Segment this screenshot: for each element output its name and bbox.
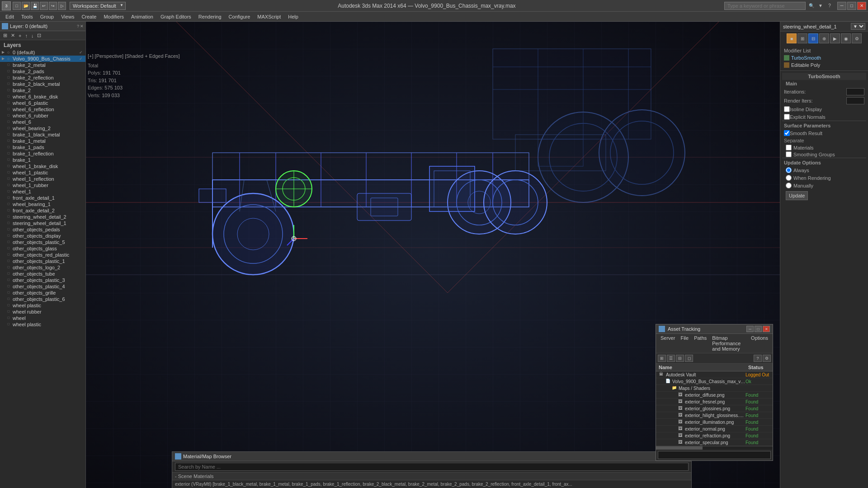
- layer-item[interactable]: ◻wheel_6_brake_disk: [0, 94, 85, 100]
- layer-item[interactable]: ◻wheel_1_reflection: [0, 176, 85, 182]
- layers-tool-3[interactable]: +: [17, 33, 23, 39]
- layer-item[interactable]: ◻wheel_6_plastic: [0, 100, 85, 106]
- open-icon[interactable]: 📂: [22, 2, 30, 10]
- rp-util-icon[interactable]: ⚙: [852, 33, 862, 43]
- layer-item[interactable]: ◻other_objects_logo_2: [0, 264, 85, 271]
- layer-item[interactable]: ▶○Volvo_9900_Bus_Chassis✓: [0, 56, 85, 62]
- menu-help[interactable]: Help: [284, 13, 302, 20]
- menu-edit[interactable]: Edit: [2, 13, 18, 20]
- smoothing-groups-checkbox[interactable]: [786, 151, 792, 157]
- at-tool-4[interactable]: ◻: [685, 355, 693, 362]
- layers-tool-2[interactable]: ✕: [9, 32, 16, 39]
- at-row[interactable]: 🖼 exterior_diffuse.png Found: [656, 392, 773, 399]
- at-tool-help[interactable]: ?: [754, 355, 762, 362]
- layer-item[interactable]: ▶○0 (default)✓: [0, 49, 85, 56]
- save-icon[interactable]: 💾: [31, 2, 39, 10]
- render-icon[interactable]: ▷: [58, 2, 66, 10]
- layer-item[interactable]: ◻wheel_6_rubber: [0, 113, 85, 119]
- at-path-input[interactable]: [658, 451, 771, 459]
- at-maximize-btn[interactable]: □: [755, 326, 762, 332]
- at-row[interactable]: 🖼 exterior_fresnel.png Found: [656, 399, 773, 405]
- at-row[interactable]: 📄 Volvo_9900_Bus_Chassis_max_vray.max Ok: [656, 378, 773, 385]
- layer-item[interactable]: ◻other_objects_plastic_1: [0, 258, 85, 264]
- menu-rendering[interactable]: Rendering: [195, 13, 225, 20]
- at-menu-paths[interactable]: Paths: [691, 335, 709, 352]
- layer-item[interactable]: ◻other_objects_grille: [0, 290, 85, 296]
- layers-close-btn[interactable]: ✕: [80, 24, 84, 28]
- layer-item[interactable]: ◻brake_2_pads: [0, 68, 85, 75]
- manually-radio[interactable]: [786, 183, 792, 188]
- menu-group[interactable]: Group: [37, 13, 58, 20]
- mat-search-input[interactable]: [175, 463, 689, 471]
- layer-item[interactable]: ◻other_objects_plastic_5: [0, 239, 85, 245]
- layer-item[interactable]: ◻wheel_1_brake_disk: [0, 163, 85, 169]
- layer-item[interactable]: ◻steering_wheel_detail_1: [0, 220, 85, 226]
- menu-tools[interactable]: Tools: [18, 13, 37, 20]
- update-button[interactable]: Update: [786, 191, 808, 200]
- layer-item[interactable]: ◻front_axle_detail_2: [0, 207, 85, 214]
- redo-icon[interactable]: ↪: [49, 2, 57, 10]
- maximize-button[interactable]: □: [847, 2, 856, 10]
- at-tool-opts[interactable]: ⚙: [763, 355, 771, 362]
- search-input[interactable]: [724, 2, 806, 10]
- layer-item[interactable]: ◻wheel plastic: [0, 302, 85, 309]
- layers-tool-6[interactable]: ⊡: [36, 32, 42, 39]
- close-button[interactable]: ✕: [857, 2, 866, 10]
- menu-views[interactable]: Views: [57, 13, 78, 20]
- layer-item[interactable]: ◻brake_2_metal: [0, 62, 85, 68]
- menu-configure[interactable]: Configure: [225, 13, 254, 20]
- layer-item[interactable]: ◻other_objects_plastic_4: [0, 283, 85, 290]
- at-tool-3[interactable]: ⊟: [676, 355, 684, 362]
- isoline-checkbox[interactable]: [784, 106, 790, 112]
- layer-item[interactable]: ◻brake_1: [0, 157, 85, 163]
- layer-item[interactable]: ◻steering_wheel_detail_2: [0, 214, 85, 220]
- layer-item[interactable]: ◻brake_1_black_metal: [0, 131, 85, 138]
- at-row[interactable]: 🖼 exterior_hilight_glossiness.png Found: [656, 412, 773, 419]
- layer-item[interactable]: ◻wheel_6_reflection: [0, 106, 85, 113]
- modifier-turbosmooth[interactable]: TurboSmooth: [782, 54, 866, 61]
- at-row[interactable]: 🏛 Autodesk Vault Logged Out: [656, 371, 773, 378]
- workspace-selector[interactable]: Workspace: Default: [70, 2, 126, 10]
- at-row[interactable]: 🖼 exterior_refraction.png Found: [656, 432, 773, 439]
- layer-item[interactable]: ◻wheel: [0, 315, 85, 321]
- layer-item[interactable]: ◻other_objects_glass: [0, 245, 85, 252]
- when-rendering-radio[interactable]: [786, 175, 792, 181]
- search-help-icon[interactable]: ?: [826, 2, 834, 10]
- layer-item[interactable]: ◻other_objects_plastic_3: [0, 277, 85, 283]
- rp-modifier-select[interactable]: ▼: [851, 23, 865, 30]
- rp-motion-icon[interactable]: ▶: [830, 33, 840, 43]
- layer-item[interactable]: ◻brake_1_reflection: [0, 150, 85, 157]
- layer-item[interactable]: ◻wheel_1_rubber: [0, 182, 85, 188]
- rp-display-icon[interactable]: ◉: [841, 33, 851, 43]
- at-menu-bitmap[interactable]: Bitmap Performance and Memory: [709, 335, 748, 352]
- rp-mod-icon[interactable]: ⊟: [808, 33, 818, 43]
- render-iters-input[interactable]: 2: [846, 97, 864, 104]
- menu-modifiers[interactable]: Modifiers: [100, 13, 127, 20]
- layer-item[interactable]: ◻other_objects_display: [0, 233, 85, 239]
- at-row[interactable]: 🖼 exterior_normal.png Found: [656, 426, 773, 432]
- layer-item[interactable]: ◻wheel plastic: [0, 321, 85, 328]
- modifier-editable-poly[interactable]: Editable Poly: [782, 61, 866, 69]
- layer-item[interactable]: ◻brake_1_metal: [0, 138, 85, 144]
- layers-tool-4[interactable]: ↑: [24, 33, 29, 39]
- layer-item[interactable]: ◻brake_2: [0, 87, 85, 94]
- iterations-input[interactable]: 0: [846, 88, 864, 95]
- at-row[interactable]: 📁 Maps / Shaders: [656, 385, 773, 392]
- search-options-icon[interactable]: ▼: [816, 2, 825, 10]
- materials-checkbox[interactable]: [786, 145, 792, 150]
- layers-question-btn[interactable]: ?: [77, 24, 79, 28]
- layers-tool-5[interactable]: ↓: [30, 33, 35, 39]
- menu-animation[interactable]: Animation: [127, 13, 157, 20]
- layer-item[interactable]: ◻other_objects_plastic_6: [0, 296, 85, 302]
- minimize-button[interactable]: ─: [837, 2, 846, 10]
- layer-item[interactable]: ◻brake_2_reflection: [0, 75, 85, 81]
- at-menu-server[interactable]: Server: [658, 335, 678, 352]
- layer-item[interactable]: ◻wheel_1_plastic: [0, 169, 85, 176]
- layer-item[interactable]: ◻front_axle_detail_1: [0, 195, 85, 201]
- menu-create[interactable]: Create: [78, 13, 100, 20]
- menu-graph-editors[interactable]: Graph Editors: [157, 13, 195, 20]
- layer-item[interactable]: ◻wheel_bearing_1: [0, 201, 85, 207]
- at-row[interactable]: 🖼 exterior_specular.png Found: [656, 439, 773, 446]
- layer-item[interactable]: ◻other_objects_tube: [0, 271, 85, 277]
- rp-obj-icon[interactable]: ⊞: [797, 33, 807, 43]
